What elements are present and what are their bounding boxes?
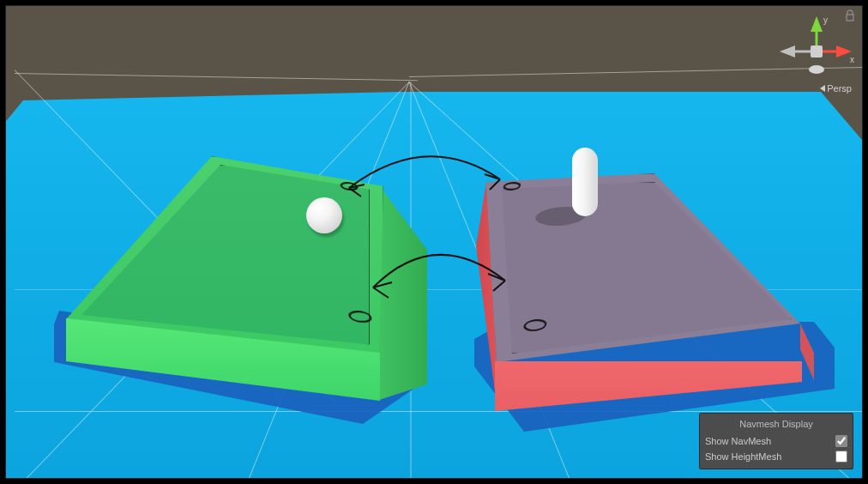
projection-label: Persp [827,83,852,94]
chevron-left-icon [820,85,825,92]
axis-x-label: x [850,55,854,64]
show-navmesh-checkbox[interactable] [835,435,847,447]
projection-toggle[interactable]: Persp [820,83,852,94]
scene-orientation-gizmo[interactable]: y x [778,11,853,87]
green-navmesh-box[interactable] [66,156,392,405]
show-heightmesh-checkbox[interactable] [835,451,847,463]
green-box-navmesh-area [78,165,370,345]
show-navmesh-label: Show NavMesh [705,433,771,449]
svg-rect-0 [811,45,823,57]
navmesh-display-panel[interactable]: Navmesh Display Show NavMesh Show Height… [699,413,853,469]
scene-viewport[interactable]: y x Persp Navmesh Display Show NavMesh S… [5,5,863,479]
svg-marker-5 [780,45,795,57]
axis-y-label: y [823,15,828,25]
panel-title: Navmesh Display [705,416,847,432]
red-navmesh-box[interactable] [476,156,819,414]
sphere-object[interactable] [306,197,342,233]
svg-marker-1 [811,16,823,32]
svg-point-7 [809,65,824,74]
show-heightmesh-label: Show HeightMesh [705,449,781,464]
capsule-agent[interactable] [572,148,598,216]
